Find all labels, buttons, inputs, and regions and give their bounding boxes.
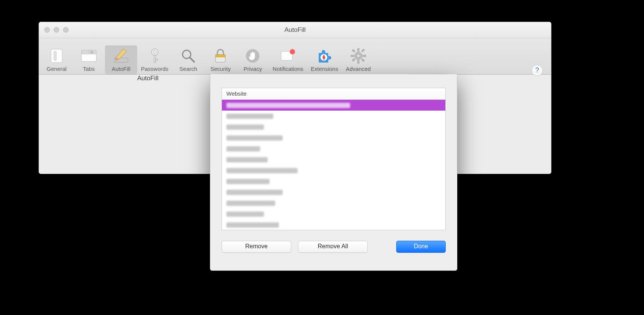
toolbar-tab-label: AutoFill <box>112 66 130 72</box>
puzzle-compass-icon <box>316 48 333 64</box>
redacted-website-text <box>226 135 283 141</box>
pencil-form-icon <box>113 48 129 64</box>
website-row[interactable] <box>222 165 445 176</box>
website-list: Website <box>222 88 446 230</box>
svg-rect-1 <box>54 51 56 60</box>
hand-icon <box>244 48 261 64</box>
remove-button[interactable]: Remove <box>222 241 291 253</box>
svg-rect-26 <box>358 60 359 63</box>
redacted-website-text <box>226 179 270 184</box>
toolbar-tab-privacy[interactable]: Privacy <box>237 45 269 74</box>
website-row[interactable] <box>222 100 445 111</box>
tabs-icon <box>81 48 97 64</box>
toolbar-tab-label: Extensions <box>311 66 338 72</box>
remove-all-button[interactable]: Remove All <box>298 241 368 253</box>
toolbar-tab-label: Advanced <box>346 66 371 72</box>
switch-icon <box>48 48 65 64</box>
svg-line-15 <box>190 57 194 62</box>
svg-rect-32 <box>352 58 355 62</box>
magnifier-icon <box>180 48 196 64</box>
redacted-website-text <box>226 103 350 108</box>
toolbar-tab-label: Notifications <box>273 66 303 72</box>
svg-rect-28 <box>363 55 366 57</box>
svg-point-24 <box>357 54 360 57</box>
toolbar-tab-general[interactable]: General <box>40 45 73 74</box>
svg-rect-12 <box>154 55 156 63</box>
toolbar-tab-tabs[interactable]: Tabs <box>73 45 105 74</box>
toolbar-tab-extensions[interactable]: Extensions <box>307 45 342 74</box>
svg-rect-30 <box>361 58 364 62</box>
toolbar-tab-label: Privacy <box>244 66 262 72</box>
titlebar: AutoFill <box>39 22 551 38</box>
notification-icon <box>280 48 296 64</box>
website-row[interactable] <box>222 198 445 208</box>
toolbar-tab-label: Tabs <box>83 66 95 72</box>
svg-rect-25 <box>358 48 359 51</box>
autofill-websites-sheet: Website Remove Remove All Done <box>210 74 457 271</box>
toolbar-tab-security[interactable]: Security <box>204 45 237 74</box>
redacted-website-text <box>226 212 264 217</box>
preferences-toolbar: General Tabs A <box>39 38 551 75</box>
website-row[interactable] <box>222 154 445 165</box>
redacted-website-text <box>226 222 279 228</box>
website-list-body[interactable] <box>222 100 445 230</box>
zoom-dot-icon[interactable] <box>63 27 69 33</box>
toolbar-tab-search[interactable]: Search <box>172 45 204 74</box>
lock-icon <box>212 48 229 64</box>
website-row[interactable] <box>222 122 445 132</box>
website-column-header[interactable]: Website <box>222 88 445 100</box>
autofill-section-label: AutoFill <box>137 75 159 82</box>
redacted-website-text <box>226 146 260 152</box>
toolbar-tab-autofill[interactable]: AutoFill <box>105 45 137 74</box>
help-button[interactable]: ? <box>532 65 543 76</box>
redacted-website-text <box>226 114 273 119</box>
svg-rect-31 <box>361 49 364 52</box>
key-icon <box>147 48 163 64</box>
svg-rect-29 <box>352 49 355 52</box>
gear-icon <box>350 48 367 64</box>
svg-point-20 <box>290 49 295 54</box>
website-row[interactable] <box>222 187 445 198</box>
toolbar-tab-notifications[interactable]: Notifications <box>269 45 307 74</box>
website-row[interactable] <box>222 208 445 219</box>
redacted-website-text <box>226 201 275 206</box>
done-button[interactable]: Done <box>396 241 446 253</box>
svg-point-11 <box>153 51 156 54</box>
toolbar-tab-label: Search <box>180 66 198 72</box>
sheet-button-row: Remove Remove All Done <box>222 241 446 253</box>
svg-rect-13 <box>156 59 157 60</box>
toolbar-tab-label: Passwords <box>141 66 168 72</box>
toolbar-tab-label: General <box>46 66 66 72</box>
close-dot-icon[interactable] <box>44 27 50 33</box>
svg-rect-17 <box>216 55 225 57</box>
website-row[interactable] <box>222 176 445 187</box>
website-row[interactable] <box>222 111 445 122</box>
window-title: AutoFill <box>39 22 551 38</box>
svg-rect-0 <box>51 49 62 63</box>
website-row[interactable] <box>222 132 445 143</box>
website-row[interactable] <box>222 143 445 154</box>
toolbar-tab-advanced[interactable]: Advanced <box>342 45 374 74</box>
svg-rect-27 <box>351 55 354 57</box>
redacted-website-text <box>226 190 283 195</box>
redacted-website-text <box>226 157 268 162</box>
toolbar-tab-label: Security <box>210 66 231 72</box>
redacted-website-text <box>226 168 298 173</box>
redacted-website-text <box>226 124 264 130</box>
minimize-dot-icon[interactable] <box>54 27 59 33</box>
website-row[interactable] <box>222 219 445 230</box>
svg-rect-2 <box>81 53 96 62</box>
traffic-lights <box>44 27 69 33</box>
toolbar-tab-passwords[interactable]: Passwords <box>137 45 172 74</box>
